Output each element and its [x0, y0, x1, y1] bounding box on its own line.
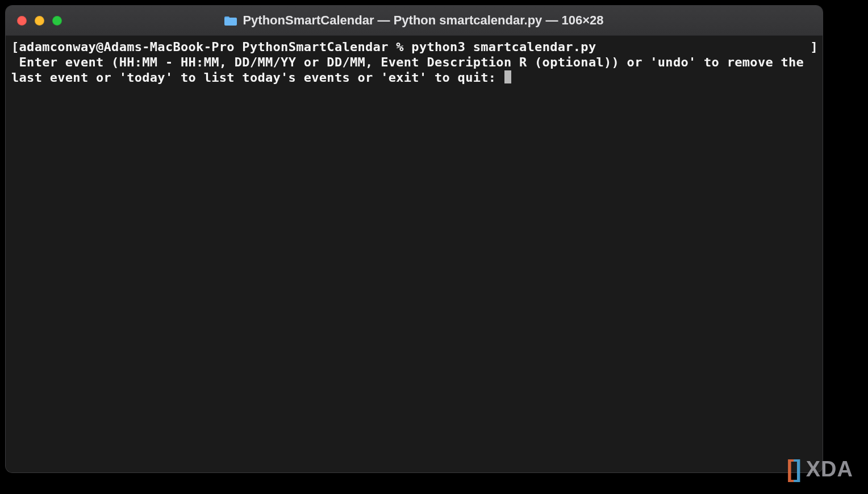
zoom-button[interactable]: [52, 16, 62, 26]
shell-command: python3 smartcalendar.py: [411, 40, 596, 54]
terminal-window: PythonSmartCalendar — Python smartcalend…: [6, 6, 823, 472]
watermark-text: XDA: [806, 457, 853, 482]
close-button[interactable]: [17, 16, 27, 26]
title-center: PythonSmartCalendar — Python smartcalend…: [6, 13, 823, 28]
folder-icon: [224, 15, 237, 26]
watermark: [] XDA: [787, 455, 853, 483]
bracket-right-icon: ]: [794, 455, 802, 483]
titlebar[interactable]: PythonSmartCalendar — Python smartcalend…: [6, 6, 823, 36]
shell-prompt: adamconway@Adams-MacBook-Pro PythonSmart…: [19, 40, 412, 54]
terminal-body[interactable]: ][adamconway@Adams-MacBook-Pro PythonSma…: [6, 36, 823, 472]
text-cursor: [504, 70, 512, 83]
window-title: PythonSmartCalendar — Python smartcalend…: [243, 13, 603, 28]
prompt-close-bracket: ]: [810, 39, 818, 55]
traffic-lights: [6, 16, 62, 26]
minimize-button[interactable]: [35, 16, 44, 26]
program-output: Enter event (HH:MM - HH:MM, DD/MM/YY or …: [11, 55, 812, 85]
prompt-open-bracket: [: [11, 40, 19, 54]
